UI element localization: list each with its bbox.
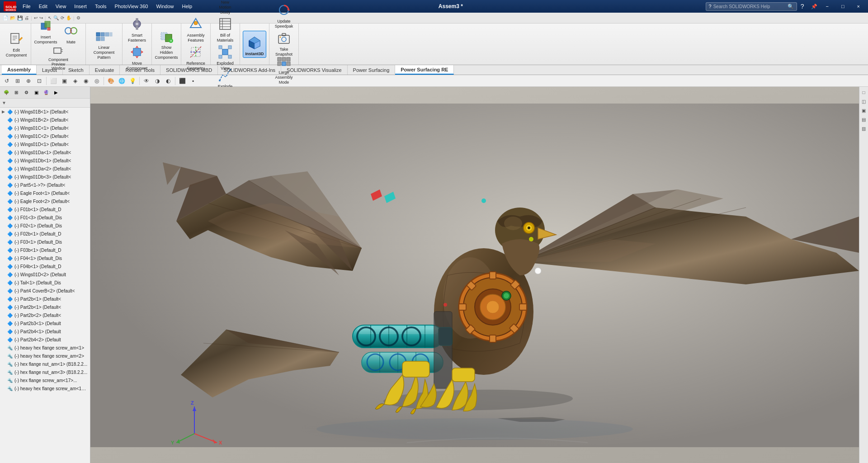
- panel-selector-icon[interactable]: 🌳: [2, 88, 11, 97]
- display-style-icon[interactable]: ◈: [70, 76, 80, 85]
- tree-item[interactable]: 🔷 (-) F04b<1> (Default_D: [0, 262, 90, 270]
- tree-item[interactable]: 🔷 (-) Eagle Foot<1> (Default<: [0, 189, 90, 197]
- menu-help[interactable]: Help: [179, 3, 196, 10]
- tree-item[interactable]: 🔷 (-) Wings01Da<2> (Default<: [0, 165, 90, 173]
- tree-item[interactable]: 🔩 (-) heavy hex flange screw_am<1>: [0, 344, 90, 352]
- tree-item[interactable]: 🔷 (-) F04<1> (Default_Dis: [0, 254, 90, 262]
- zoom-area-icon[interactable]: ⊡: [34, 76, 44, 85]
- menu-insert[interactable]: Insert: [71, 3, 90, 10]
- show-hidden-button[interactable]: + ShowHiddenComponents: [155, 27, 178, 61]
- insert-components-button[interactable]: InsertComponents: [34, 17, 57, 46]
- tab-power-surfacing[interactable]: Power Surfacing: [348, 65, 396, 75]
- panel-display-icon[interactable]: ▣: [32, 88, 41, 97]
- tree-expand[interactable]: ▶: [2, 109, 6, 114]
- panel-config-icon[interactable]: ⚙: [22, 88, 31, 97]
- pin-icon[interactable]: 📌: [811, 4, 817, 9]
- menu-view[interactable]: View: [52, 3, 70, 10]
- tab-visualize[interactable]: SOLIDWORKS Visualize: [281, 65, 347, 75]
- 3d-viewport[interactable]: Z X Y: [90, 87, 859, 463]
- tree-item[interactable]: 🔷 (-) F02<1> (Default_Dis: [0, 222, 90, 230]
- tree-item[interactable]: 🔷 (-) F01b<1> (Default_D: [0, 205, 90, 213]
- tree-item[interactable]: 🔷 (-) Part5<1->?> (Default<: [0, 181, 90, 189]
- view-settings-icon[interactable]: ◉: [81, 76, 91, 85]
- tree-item[interactable]: 🔷 (-) Part2b<1> (Default<: [0, 303, 90, 311]
- tree-item[interactable]: 🔷 (-) F02b<1> (Default_D: [0, 230, 90, 238]
- view-orientation-icon[interactable]: ▣: [59, 76, 69, 85]
- mate-button[interactable]: Mate: [59, 18, 83, 45]
- search-input[interactable]: [713, 4, 786, 9]
- instant3d-button[interactable]: Instant3D: [243, 31, 266, 58]
- tree-item[interactable]: 🔷 (-) Wings01C<1> (Default<: [0, 124, 90, 132]
- right-panel-btn-5[interactable]: ▥: [860, 125, 868, 132]
- tree-item[interactable]: 🔷 (-) Wings01Db<1> (Default<: [0, 156, 90, 165]
- tree-item[interactable]: 🔷 (-) Wings01Da<1> (Default<: [0, 148, 90, 156]
- open-icon[interactable]: 📂: [10, 15, 15, 20]
- smart-fasteners-button[interactable]: SmartFasteners: [125, 17, 149, 44]
- tree-item[interactable]: 🔷 (-) Tail<1> (Default_Dis: [0, 279, 90, 287]
- menu-file[interactable]: File: [19, 3, 34, 10]
- minimize-button[interactable]: −: [821, 3, 833, 10]
- tree-item[interactable]: 🔷 (-) Part2b3<1> (Default: [0, 319, 90, 327]
- edit-appearance-icon[interactable]: 🎨: [106, 76, 116, 85]
- update-speedpak-button[interactable]: UpdateSpeedpak: [272, 3, 296, 30]
- tree-item[interactable]: 🔩 (-) heavy hex flange screw_am<18>...: [0, 384, 90, 392]
- help-icon[interactable]: ?: [801, 3, 804, 10]
- right-panel-btn-1[interactable]: □: [860, 89, 868, 96]
- realview-icon[interactable]: 👁: [142, 76, 151, 85]
- close-button[interactable]: ×: [853, 3, 864, 10]
- restore-button[interactable]: □: [837, 3, 849, 10]
- print-icon[interactable]: 🖨: [24, 15, 29, 20]
- edit-component-button[interactable]: EditComponent: [5, 30, 28, 59]
- panel-more-icon[interactable]: ▶: [52, 88, 61, 97]
- lights-icon[interactable]: 💡: [127, 76, 137, 85]
- tab-add-ins[interactable]: SOLIDWORKS Add-Ins: [218, 65, 281, 75]
- section-view-icon[interactable]: ⬜: [48, 76, 58, 85]
- tab-assembly[interactable]: Assembly: [2, 65, 37, 75]
- assembly-features-button[interactable]: AssemblyFeatures: [184, 17, 208, 44]
- right-panel-btn-2[interactable]: ◫: [860, 98, 868, 105]
- shadows-icon[interactable]: ◑: [152, 76, 162, 85]
- tree-item[interactable]: 🔷 (-) Part2b<1> (Default<: [0, 295, 90, 303]
- model-canvas[interactable]: Z X Y: [90, 87, 859, 463]
- tab-render-tools[interactable]: Render Tools: [120, 65, 160, 75]
- bill-of-materials-button[interactable]: Bill ofMaterials: [213, 17, 237, 44]
- tab-mbd[interactable]: SOLIDWORKS MBD: [160, 65, 218, 75]
- tree-item[interactable]: 🔷 (-) F03b<1> (Default_D: [0, 246, 90, 254]
- panel-scenes-icon[interactable]: 🔮: [42, 88, 51, 97]
- menu-window[interactable]: Window: [152, 3, 177, 10]
- tab-evaluate[interactable]: Evaluate: [90, 65, 120, 75]
- menu-photoview[interactable]: PhotoView 360: [111, 3, 152, 10]
- tree-item[interactable]: 🔷 (-) Part2b4<1> (Default: [0, 327, 90, 335]
- zoom-in-icon[interactable]: ⊕: [24, 76, 33, 85]
- ambient-icon[interactable]: ◐: [163, 76, 173, 85]
- tree-item[interactable]: 🔩 (-) hex flange nut_am<1> (B18.2.2...: [0, 360, 90, 368]
- tree-item[interactable]: 🔷 (-) F03<1> (Default_Dis: [0, 238, 90, 246]
- tree-item[interactable]: ▶ 🔷 (-) Wings01B<1> (Default<: [0, 108, 90, 116]
- right-panel-btn-3[interactable]: ▣: [860, 107, 868, 114]
- tree-item[interactable]: 🔷 (-) Wings01D<2> (Default: [0, 270, 90, 279]
- display-pane-icon[interactable]: ▪: [188, 76, 198, 85]
- view-3d-icon[interactable]: ⬛: [177, 76, 187, 85]
- tree-item[interactable]: 🔷 (-) Wings01B<2> (Default<: [0, 116, 90, 124]
- tree-item[interactable]: 🔷 (-) Wings01C<2> (Default<: [0, 132, 90, 140]
- search-box[interactable]: ? 🔍: [706, 2, 797, 11]
- tree-item[interactable]: 🔷 (-) Part2b<2> (Default<: [0, 311, 90, 319]
- hide-show-icon[interactable]: ◎: [92, 76, 102, 85]
- linear-pattern-button[interactable]: Linear ComponentPattern: [89, 27, 119, 61]
- menu-edit[interactable]: Edit: [35, 3, 51, 10]
- save-icon[interactable]: 💾: [17, 15, 23, 20]
- tree-item[interactable]: 🔩 (-) hex flange nut_am<3> (B18.2.2...: [0, 368, 90, 376]
- scene-icon[interactable]: 🌐: [117, 76, 127, 85]
- tree-item[interactable]: 🔷 (-) Part2b4<2> (Default: [0, 335, 90, 344]
- right-panel-btn-4[interactable]: ▤: [860, 116, 868, 123]
- tab-power-surfacing-re[interactable]: Power Surfacing RE: [395, 65, 454, 75]
- new-icon[interactable]: 📄: [3, 15, 8, 20]
- new-motion-study-button[interactable]: NewMotionStudy: [213, 0, 237, 16]
- panel-properties-icon[interactable]: ⊞: [12, 88, 21, 97]
- tree-item[interactable]: 🔷 (-) Eagle Foot<2> (Default<: [0, 197, 90, 205]
- tab-layout[interactable]: Layout: [37, 65, 63, 75]
- tree-item[interactable]: 🔩 (-) hex flange screw_am<17>...: [0, 376, 90, 384]
- tree-item[interactable]: 🔷 (-) F01<3> (Default_Dis: [0, 213, 90, 222]
- tree-item[interactable]: 🔷 (-) Wings01Db<3> (Default<: [0, 173, 90, 181]
- rotate-view-icon[interactable]: ↺: [2, 76, 12, 85]
